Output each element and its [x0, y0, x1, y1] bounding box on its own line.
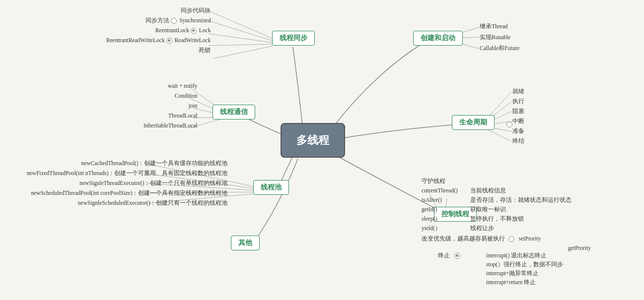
- leaf-create-1: 继承Thread: [478, 22, 510, 31]
- sync-leaves: 同步代码块 同步方法 Synchronized ReentrantLock Lo…: [104, 5, 213, 56]
- svg-line-11: [209, 34, 273, 43]
- branch-pool: 线程池: [253, 180, 289, 195]
- svg-line-9: [209, 11, 276, 40]
- center-node: 多线程: [281, 123, 345, 158]
- branch-comm: 线程通信: [213, 105, 255, 120]
- control-stop-items: interrupt() 退出标志终止 stop(）强行终止，数据不同步 inte…: [484, 250, 565, 287]
- control-leaves: 守护线程 currentThread() 当前线程信息 isAlive() 是否…: [420, 176, 593, 253]
- branch-sync: 线程同步: [272, 31, 315, 46]
- leaf-lifecycle-container: 就绪 执行 阻塞 中断 准备 终结: [510, 86, 526, 146]
- branch-create: 创建和启动: [413, 31, 463, 46]
- comm-leaves: wait + notify Condition join ThreadLocal…: [142, 80, 200, 131]
- leaf-create-3: Callable和Future: [478, 44, 521, 53]
- branch-other: 其他: [231, 236, 260, 250]
- svg-line-8: [484, 128, 511, 141]
- mind-map: 多线程 创建和启动 继承Thread 实现Runable Callable和Fu…: [0, 0, 644, 300]
- pool-leaves: newCachedThreadPool()：创建一个具有缓存功能的线程池 new…: [25, 158, 229, 208]
- branch-lifecycle: 生命周期: [452, 115, 495, 130]
- svg-line-13: [214, 46, 272, 59]
- control-stop: 终止: [436, 250, 463, 260]
- svg-line-12: [209, 44, 273, 46]
- leaf-create-2: 实现Runable: [478, 33, 512, 42]
- svg-line-10: [209, 21, 274, 41]
